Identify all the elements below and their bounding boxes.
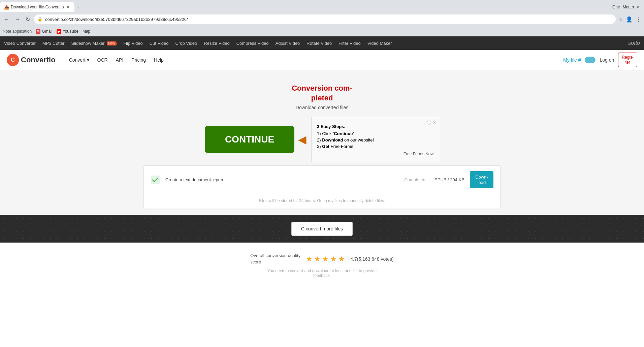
login-button[interactable]: Log on [600, 57, 614, 63]
bookmark-gmail[interactable]: M Gmail [36, 29, 53, 34]
toolbar-resize-video[interactable]: Resize Video [204, 41, 229, 46]
logo-icon: C [7, 54, 19, 66]
toolbar-adjust-video[interactable]: Adjust Video [276, 41, 300, 46]
convert-more-bar: C convert more files [0, 215, 644, 243]
star-3: ★ [322, 255, 329, 263]
nav-api[interactable]: API [116, 57, 124, 63]
download-button[interactable]: Down-load [470, 171, 493, 188]
ad-step-1: 1) Click 'Continue' [317, 131, 433, 136]
stars: ★ ★ ★ ★ ★ [306, 255, 345, 263]
toolbar-slideshow-maker[interactable]: Slideshow Maker NEW [71, 41, 117, 46]
browser-chrome: 📥 Download your file-Convert.io ✕ + One … [0, 0, 644, 36]
window-control-one: One [612, 5, 620, 9]
new-tab-button[interactable]: + [74, 3, 83, 11]
toolbar-rotate-video[interactable]: Rotate Video [307, 41, 332, 46]
ad-step-2: 2) Download on our website! [317, 137, 433, 143]
rating-notice: You need to convert and download at leas… [7, 269, 637, 278]
ad-controls: ⓘ ✕ [427, 120, 436, 126]
rating-label: Overall conversion qualityscore [250, 253, 300, 265]
continue-button[interactable]: CONTINUE [205, 126, 294, 153]
my-file-link[interactable]: My file # [563, 57, 581, 63]
stored-notice: Files will be stored for 24 hours. Go to… [144, 194, 500, 208]
reload-button[interactable]: ↻ [24, 15, 31, 24]
toolbar-cut-video[interactable]: Cut Video [150, 41, 169, 46]
url-text: convertio.co/zh/download/83e5703bfd66732… [45, 17, 188, 22]
nav-ocr[interactable]: OCR [97, 57, 108, 63]
top-toolbar: Video Converter MP3 Cutter Slideshow Mak… [0, 36, 644, 50]
bookmark-star-button[interactable]: ☆ [618, 16, 623, 23]
bookmark-map-label: Map [83, 29, 90, 34]
file-description: Create a text document. epub [165, 177, 399, 182]
download-row: Create a text document. epub Completed E… [144, 166, 500, 194]
url-bar[interactable]: 🔒 convertio.co/zh/download/83e5703bfd667… [34, 14, 616, 24]
bookmark-youtube[interactable]: ▶ YouTube [57, 29, 78, 34]
continue-button-wrap: CONTINUE ◀ [205, 126, 294, 153]
rating-row: Overall conversion qualityscore ★ ★ ★ ★ … [7, 253, 637, 265]
window-controls: One Mouth ✕ [612, 5, 644, 9]
logo-area[interactable]: C Convertio [7, 54, 56, 66]
new-badge: NEW [107, 41, 117, 45]
file-size: EPUB / 204 KB [431, 177, 464, 182]
ad-forms-now: Free Forms Now [317, 152, 433, 156]
rating-score: 4.7(5,163,848 votes) [350, 256, 393, 262]
tab-close-button[interactable]: ✕ [66, 4, 70, 10]
nav-help[interactable]: Help [154, 57, 164, 63]
tab-bar: 📥 Download your file-Convert.io ✕ + One … [0, 0, 644, 12]
rating-section: Overall conversion qualityscore ★ ★ ★ ★ … [0, 243, 644, 288]
bookmark-map[interactable]: Map [83, 29, 90, 34]
back-button[interactable]: ← [3, 15, 11, 24]
nav-bar: C Convertio Convert ▾ OCR API Pricing He… [0, 50, 644, 70]
arrow-icon: ◀ [298, 133, 307, 146]
file-status-icon [151, 175, 160, 185]
ad-title: 3 Easy Steps: [317, 124, 433, 129]
ad-info-button[interactable]: ⓘ [427, 120, 431, 126]
tab-title: Download your file-Convert.io [11, 5, 64, 9]
logo-text: Convertio [21, 56, 56, 64]
nav-pricing[interactable]: Pricing [131, 57, 146, 63]
ad-area: CONTINUE ◀ ⓘ ✕ 3 Easy Steps: 1) Click 'C… [170, 117, 474, 162]
lock-icon: 🔒 [37, 17, 42, 22]
bookmark-label: Note application [3, 29, 32, 34]
conversion-title: Conversion com-pleted [7, 84, 637, 103]
bookmarks-bar: Note application M Gmail ▶ YouTube Map [0, 26, 644, 36]
star-1: ★ [306, 255, 313, 263]
window-control-mouth: Mouth [623, 5, 634, 9]
nav-right: My file # Log on Regis-ter [563, 53, 637, 67]
address-bar: ← → ↻ 🔒 convertio.co/zh/download/83e5703… [0, 12, 644, 26]
bookmark-youtube-label: YouTube [63, 29, 78, 34]
more-options-button[interactable]: ⋮ [635, 15, 641, 23]
toolbar-mp3-cutter[interactable]: MP3 Cutter [42, 41, 65, 46]
toolbar-filter-video[interactable]: Filter Video [339, 41, 361, 46]
ad-box: ⓘ ✕ 3 Easy Steps: 1) Click 'Continue' 2)… [311, 117, 439, 162]
conversion-subtitle: Download converted files [7, 105, 637, 110]
download-area: Create a text document. epub Completed E… [143, 165, 501, 208]
register-button[interactable]: Regis-ter [618, 53, 637, 67]
svg-text:C: C [11, 57, 15, 63]
forward-button[interactable]: → [13, 15, 22, 24]
star-5-half: ★ [338, 255, 345, 263]
account-button[interactable]: 👤 [626, 16, 633, 23]
main-content: Conversion com-pleted Download converted… [0, 70, 644, 215]
star-2: ★ [314, 255, 321, 263]
convert-more-button[interactable]: C convert more files [291, 222, 353, 236]
cloud-icon [585, 57, 595, 63]
toolbar-video-maker[interactable]: Video Maker [367, 41, 392, 46]
status-badge: Completed [404, 177, 425, 182]
ad-step-3: 3) Get Free Forms [317, 144, 433, 149]
toolbar-video-converter[interactable]: Video Converter [4, 41, 36, 46]
star-4: ★ [330, 255, 337, 263]
softo-logo: softo [628, 40, 640, 46]
bookmark-gmail-label: Gmail [42, 29, 52, 34]
toolbar-compress-video[interactable]: Compress Video [236, 41, 269, 46]
toolbar-flip-video[interactable]: Flip Video [123, 41, 143, 46]
tab-favicon: 📥 [4, 5, 9, 9]
toolbar-crop-video[interactable]: Crop Video [175, 41, 197, 46]
window-close-button[interactable]: ✕ [637, 5, 640, 9]
conversion-header: Conversion com-pleted Download converted… [7, 77, 637, 114]
nav-convert[interactable]: Convert ▾ [69, 57, 89, 63]
ad-close-button[interactable]: ✕ [432, 120, 436, 126]
active-tab[interactable]: 📥 Download your file-Convert.io ✕ [0, 2, 74, 12]
